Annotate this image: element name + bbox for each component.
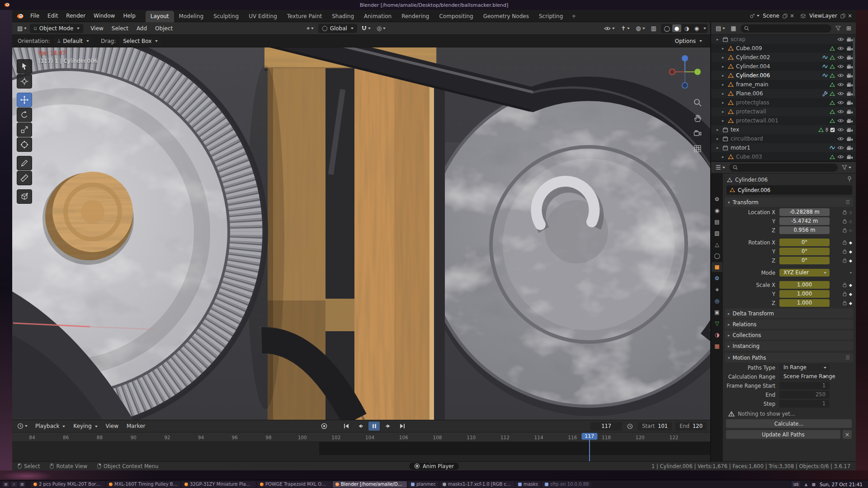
eye-icon[interactable] [837,82,844,87]
outliner-item-scrap[interactable]: ▸scrap [711,35,856,44]
menu-help[interactable]: Help [119,11,139,20]
zoom-icon[interactable] [693,98,702,107]
object-name-label[interactable]: tex [731,127,739,133]
expand-arrow-icon[interactable]: ▸ [722,109,726,114]
pan-hand-icon[interactable] [693,113,702,122]
object-name-label[interactable]: Cylinder.006 [736,72,770,79]
lock-icon[interactable] [843,291,847,296]
shading-options-arrow[interactable] [703,28,706,29]
workspace-tab-modeling[interactable]: Modeling [174,11,209,22]
taskbar-item-blender-home-amalie-desktop-ble[interactable]: Blender [/home/amalie/Desktop/ble... [333,481,407,488]
object-name-label[interactable]: protectwall.001 [736,117,778,124]
rotation-x-value-field[interactable]: 0° [779,239,830,246]
properties-filter-icon[interactable] [842,165,851,170]
view-layer-name[interactable]: ViewLayer [809,13,837,19]
blender-menu-icon[interactable] [16,13,24,19]
eye-icon[interactable] [837,155,844,159]
tool-annotate[interactable] [17,156,32,170]
render-camera-icon[interactable] [846,82,853,87]
unlink-scene-icon[interactable]: × [790,13,794,19]
object-name-label[interactable]: circuitboard [731,136,763,142]
menu-file[interactable]: File [27,11,43,20]
panel-menu-icon[interactable]: ☰ [845,355,850,361]
checkbox-icon[interactable] [830,127,835,132]
section-instancing[interactable]: ▸Instancing [725,341,853,351]
calculation-range-dropdown[interactable]: Scene Frame Range [779,373,830,380]
properties-tab-tool[interactable]: ⚙ [712,194,722,204]
overlays-icon[interactable]: ◍ [636,25,645,32]
z-value-field[interactable]: 1.000 [779,299,830,307]
viewport-menu-object[interactable]: Object [151,24,176,33]
camera-view-icon[interactable] [693,129,702,138]
show-desktop-icon[interactable]: ▫ [11,482,17,487]
update-all-paths-button[interactable]: Update All Paths [726,430,841,439]
workspace-tab-texture-paint[interactable]: Texture Paint [282,11,327,22]
outliner-item-tex[interactable]: ▸tex8 [711,125,856,134]
clear-paths-button[interactable]: × [842,430,852,439]
workspace-tab-layout[interactable]: Layout [146,11,174,22]
outliner-item-cylinder-006[interactable]: ▸Cylinder.006 [711,71,856,80]
timeline-playhead[interactable] [589,440,590,461]
expand-arrow-icon[interactable]: ▸ [722,64,726,69]
z-value-field[interactable]: 0° [779,257,830,264]
outliner-item-protectwall[interactable]: ▸protectwall [711,107,856,116]
properties-tab-texture[interactable]: ▦ [712,341,722,351]
browse-scene-icon[interactable] [750,13,760,19]
eye-icon[interactable] [837,46,844,51]
keyframe-decorator[interactable]: ◆ [849,240,852,245]
taskbar-item-sftp-on-10-0-0-88[interactable]: sftp on 10.0.0.88 [542,481,591,488]
shading-rendered-button[interactable]: ◉ [692,24,701,32]
editor-type-icon[interactable]: ▧ [17,25,27,32]
shading-wireframe-button[interactable]: ◯ [662,24,671,32]
menu-window[interactable]: Window [90,11,118,20]
outliner-editor-icon[interactable]: ▤ [716,25,725,32]
pin-id-icon[interactable] [847,176,852,183]
y-value-field[interactable]: 0° [779,248,830,255]
section-collections[interactable]: ▸Collections [725,330,853,340]
start-frame-field[interactable]: Start101 [638,422,672,431]
outliner-item-cylinder-004[interactable]: ▸Cylinder.004 [711,62,856,71]
taskbar-clock[interactable]: Sun, 27 Oct 21:41 [820,482,863,487]
workspace-tab-geometry-nodes[interactable]: Geometry Nodes [478,11,534,22]
proportional-editing-icon[interactable]: ◎ [377,25,386,32]
lock-icon[interactable] [843,258,847,263]
remove-view-layer-icon[interactable]: × [848,13,852,19]
pause-button[interactable] [368,422,380,431]
outliner-search-input[interactable] [751,25,828,32]
render-camera-icon[interactable] [846,127,853,132]
anim-player-status[interactable]: Anim Player [409,463,459,470]
outliner-item-protectglass[interactable]: ▸protectglass [711,98,856,107]
properties-tab-world[interactable]: ◯ [712,251,722,261]
tool-transform[interactable] [17,137,32,152]
keyframe-decorator[interactable]: ◇ [849,228,852,233]
visibility-icon[interactable] [604,26,615,31]
drag-mode-dropdown[interactable]: Select Box [119,37,161,46]
render-camera-icon[interactable] [846,136,853,141]
timeline-menu-view[interactable]: View [102,422,122,431]
auto-key-record-button[interactable] [321,422,328,430]
timeline-ruler[interactable]: 8486889092949698100102104106108110112114… [12,432,710,442]
previous-keyframe-button[interactable] [354,422,366,431]
expand-arrow-icon[interactable]: ▸ [717,127,720,132]
tool-scale[interactable] [17,122,32,137]
properties-tab-physics[interactable]: ◎ [712,296,722,306]
eye-icon[interactable] [837,127,844,132]
workspace-tab-rendering[interactable]: Rendering [396,11,434,22]
expand-arrow-icon[interactable]: ▸ [722,118,726,123]
expand-arrow-icon[interactable]: ▸ [722,155,726,159]
outliner-scrollbar[interactable] [853,38,855,96]
workspace-tab-shading[interactable]: Shading [327,11,359,22]
filter-funnel-icon[interactable] [835,26,841,31]
properties-tab-output[interactable]: ▤ [712,217,722,227]
outliner-search[interactable] [741,24,832,33]
scale-x-value-field[interactable]: 1.000 [779,281,830,289]
taskbar-item-mxl-160t-timing-pulley-bore-size[interactable]: MXL-160T Timing Pulley Bore size 1... [106,481,180,488]
properties-editor-icon[interactable]: ☰ [716,164,725,171]
properties-tab-scene[interactable]: △ [712,239,722,249]
orientation-dropdown[interactable]: ◯ Global [318,24,357,33]
expand-arrow-icon[interactable]: ▸ [722,73,726,78]
timeline-editor-icon[interactable] [17,423,28,429]
keyframe-decorator[interactable]: ◇ [849,219,852,224]
current-frame-field[interactable]: 117 [590,422,622,431]
outliner-item-cube-003[interactable]: ▸Cube.003 [711,152,856,161]
